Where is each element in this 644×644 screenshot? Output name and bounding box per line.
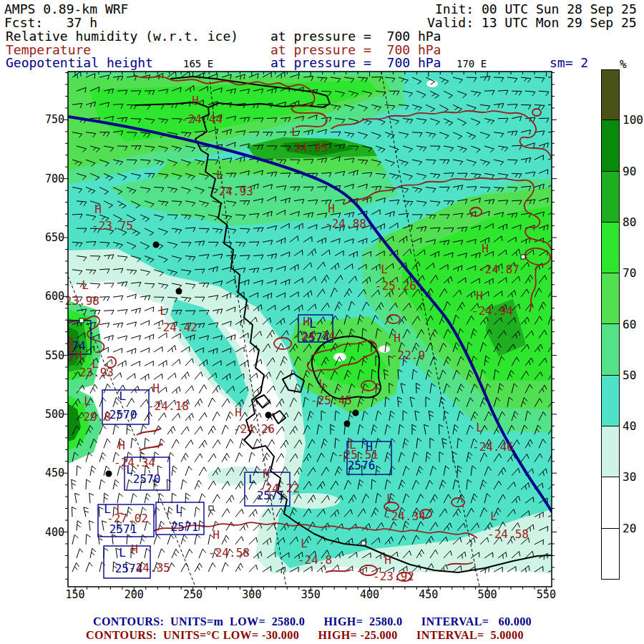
station-dot: [353, 410, 359, 416]
temp-extreme-letter: H: [192, 94, 199, 107]
temp-extreme-letter: H: [384, 553, 391, 567]
colorbar-tick-label: 100: [623, 113, 643, 127]
weather-chart-page: AMPS 0.89-km WRF Init: 00 UTC Sun 28 Sep…: [0, 0, 644, 644]
temp-extreme-letter: H: [94, 203, 102, 216]
colorbar-cell: [601, 172, 620, 223]
colorbar-tick-label: 90: [623, 165, 636, 178]
temp-extreme-letter: L: [216, 168, 223, 182]
temp-extreme-value: -25.45: [311, 394, 352, 407]
temp-extreme-letter: H: [303, 315, 310, 328]
temp-extreme-letter: H: [263, 467, 270, 481]
temp-extreme-value: -24.58: [487, 527, 529, 541]
temp-extreme-letter: H: [328, 202, 335, 215]
temp-extreme-value: -27.02: [107, 512, 148, 525]
station-dot: [153, 242, 160, 248]
temp-extreme-letter: H: [152, 381, 160, 395]
marker-square: [79, 318, 84, 323]
height-extreme-letter: L: [175, 502, 182, 516]
temp-extreme-letter: L: [490, 509, 497, 523]
y-axis-tick-label: 700: [42, 172, 64, 185]
station-dot: [106, 471, 112, 477]
colorbar: [601, 69, 620, 580]
y-axis-tick-label: 400: [42, 526, 64, 539]
colorbar-tick-label: 70: [623, 266, 636, 280]
x-axis-tick-label: 200: [125, 588, 144, 601]
colorbar-cell: [601, 69, 620, 120]
temp-extreme-value: -24.26: [233, 422, 275, 436]
temp-extreme-value: -24.88: [325, 217, 366, 230]
temp-extreme-letter: H: [131, 542, 138, 556]
colorbar-tick-label: 60: [623, 318, 636, 331]
colorbar-tick-label: 30: [623, 470, 636, 484]
temp-extreme-letter: L: [381, 263, 388, 276]
temp-extreme-value: -22.9: [391, 348, 425, 362]
temp-extreme-letter: L: [318, 377, 326, 391]
y-axis-tick-label: 500: [42, 408, 64, 421]
x-axis-tick-label: 400: [360, 588, 379, 601]
station-dot: [344, 421, 351, 427]
temp-extreme-letter: H: [394, 331, 401, 345]
temp-extreme-letter: L: [291, 125, 298, 139]
temp-extreme-letter: L: [84, 394, 91, 408]
x-axis-tick-label: 550: [537, 588, 556, 601]
temp-extreme-value: -25.51: [337, 448, 379, 462]
temp-extreme-letter: H: [235, 406, 242, 419]
colorbar-cell: [601, 477, 620, 528]
x-axis-tick-label: 300: [242, 588, 261, 601]
temp-extreme-letter: H: [75, 348, 82, 362]
colorbar-tick-label: 50: [623, 369, 636, 382]
y-axis-tick-label: 450: [42, 467, 64, 479]
temp-extreme-value: -23.93: [72, 366, 114, 379]
colorbar-cell: [601, 426, 620, 477]
temp-extreme-value: -25.26: [375, 279, 416, 293]
colorbar-cell: [601, 223, 620, 273]
height-extreme-value: 2571: [171, 520, 199, 534]
temp-extreme-value: -24.74: [294, 329, 336, 343]
marker-square: [209, 506, 213, 510]
colorbar-cell: [601, 376, 620, 426]
colorbar-tick-label: 40: [623, 419, 636, 433]
station-dot: [265, 412, 272, 419]
temp-extreme-letter: H: [482, 242, 489, 255]
temp-extreme-value: -24.35: [129, 561, 170, 575]
temp-extreme-letter: H: [476, 289, 483, 303]
height-extreme-letter: L: [119, 389, 126, 403]
height-contour-info: CONTOURS: UNITS=m LOW= 2580.0 HIGH= 2580…: [93, 615, 532, 628]
colorbar-cell: [601, 529, 620, 580]
height-extreme-letter: L: [248, 472, 255, 486]
temp-extreme-value: -24.34: [114, 456, 155, 469]
temp-contour-info: CONTOURS: UNITS=°C LOW= -30.000 HIGH= -2…: [86, 629, 524, 642]
x-axis-tick-label: 150: [65, 588, 84, 601]
temp-extreme-value: -24.34: [384, 509, 426, 523]
colorbar-cell: [601, 273, 620, 324]
temp-extreme-value: -24.87: [478, 263, 519, 276]
temp-extreme-value: -24.46: [472, 440, 514, 454]
temp-extreme-value: -29.8: [77, 410, 111, 424]
height-extreme-letter: L: [119, 546, 126, 560]
temp-extreme-value: -24.94: [472, 304, 513, 318]
colorbar-tick-label: 20: [623, 522, 636, 535]
height-extreme-value: 2570: [109, 408, 137, 421]
colorbar-cell: [601, 120, 620, 171]
temp-extreme-value: -24.18: [147, 399, 189, 413]
colorbar-cell: [601, 324, 620, 375]
temp-extreme-letter: L: [82, 278, 89, 292]
temp-extreme-value: -24.42: [156, 321, 197, 334]
temp-extreme-letter: H: [213, 528, 220, 542]
marker-square: [361, 541, 366, 545]
temp-extreme-value: -23.92: [373, 570, 414, 583]
temp-extreme-value: -24.44: [181, 112, 223, 126]
temp-extreme-value: -24.22: [258, 482, 300, 495]
temp-extreme-value: -24.8: [298, 553, 332, 567]
y-axis-tick-label: 550: [42, 349, 64, 362]
station-dot: [176, 288, 182, 295]
y-axis-tick-label: 750: [42, 113, 64, 126]
height-extreme-value: 2570: [133, 472, 161, 486]
temp-extreme-value: -24.95: [287, 141, 328, 155]
temp-extreme-letter: L: [386, 492, 394, 505]
x-axis-tick-label: 350: [301, 588, 321, 601]
map-plot: L2574H2576L2570L2570L2571L2571L2574L2571…: [0, 0, 644, 644]
x-axis-tick-label: 250: [183, 588, 203, 601]
temp-extreme-value: -23.75: [92, 219, 133, 233]
temp-extreme-value: -24.93: [212, 185, 253, 198]
